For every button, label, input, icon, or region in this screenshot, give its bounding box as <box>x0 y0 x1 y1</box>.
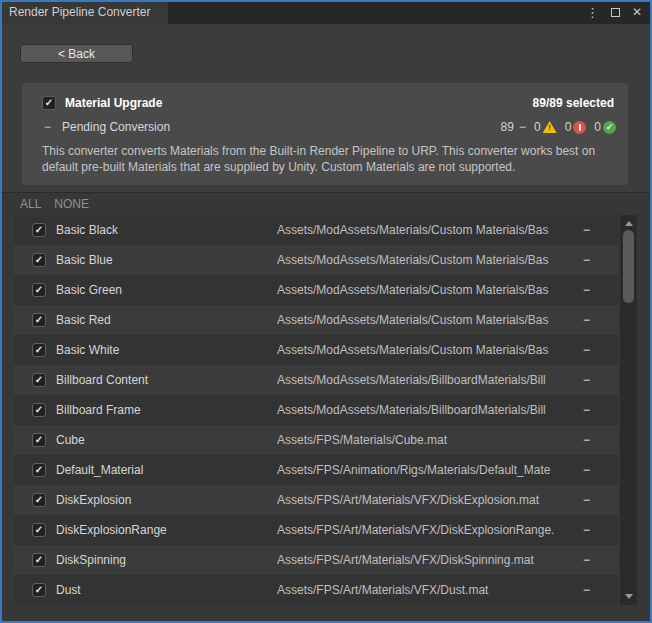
material-path: Assets/ModAssets/Materials/Custom Materi… <box>277 283 572 297</box>
tab-render-pipeline-converter[interactable]: Render Pipeline Converter <box>0 0 168 24</box>
row-status-dash-icon: − <box>583 493 590 507</box>
row-checkbox[interactable]: ✓ <box>32 583 46 597</box>
checkmark-icon: ✓ <box>35 554 43 566</box>
pending-conversion-label: Pending Conversion <box>62 120 170 134</box>
row-checkbox[interactable]: ✓ <box>32 253 46 267</box>
material-row[interactable]: ✓ Billboard Frame Assets/ModAssets/Mater… <box>14 395 618 425</box>
select-none-button[interactable]: NONE <box>54 197 89 211</box>
material-path: Assets/ModAssets/Materials/BillboardMate… <box>277 373 572 387</box>
material-row[interactable]: ✓ Dust Assets/FPS/Art/Materials/VFX/Dust… <box>14 575 618 605</box>
titlebar: Render Pipeline Converter ⋮ ✕ <box>0 0 652 24</box>
row-checkbox[interactable]: ✓ <box>32 433 46 447</box>
material-row[interactable]: ✓ DiskSpinning Assets/FPS/Art/Materials/… <box>14 545 618 575</box>
material-name: Default_Material <box>56 463 143 477</box>
material-path: Assets/ModAssets/Materials/Custom Materi… <box>277 223 572 237</box>
scroll-down-icon[interactable] <box>625 594 633 599</box>
material-row[interactable]: ✓ Cube Assets/FPS/Materials/Cube.mat − <box>14 425 618 455</box>
back-button[interactable]: < Back <box>20 44 133 63</box>
material-path: Assets/FPS/Materials/Cube.mat <box>277 433 572 447</box>
row-status-dash-icon: − <box>583 313 590 327</box>
row-checkbox[interactable]: ✓ <box>32 283 46 297</box>
row-status-dash-icon: − <box>583 433 590 447</box>
row-status-dash-icon: − <box>583 583 590 597</box>
scrollbar-thumb[interactable] <box>623 230 634 303</box>
row-status-dash-icon: − <box>583 403 590 417</box>
row-checkbox[interactable]: ✓ <box>32 313 46 327</box>
material-name: Cube <box>56 433 85 447</box>
material-name: Billboard Content <box>56 373 148 387</box>
checkmark-icon: ✓ <box>35 314 43 326</box>
material-row[interactable]: ✓ Basic Red Assets/ModAssets/Materials/C… <box>14 305 618 335</box>
material-name: Basic Black <box>56 223 118 237</box>
row-checkbox[interactable]: ✓ <box>32 223 46 237</box>
material-name: Basic White <box>56 343 119 357</box>
row-status-dash-icon: − <box>583 283 590 297</box>
pending-conversion-row[interactable]: − Pending Conversion 89 − 0 ! 0 0 ✓ <box>22 110 628 134</box>
render-pipeline-converter-window: Render Pipeline Converter ⋮ ✕ < Back ✓ M… <box>0 0 652 623</box>
material-row[interactable]: ✓ Billboard Content Assets/ModAssets/Mat… <box>14 365 618 395</box>
close-icon[interactable]: ✕ <box>632 5 642 19</box>
pending-dash-icon: − <box>44 120 51 134</box>
row-status-dash-icon: − <box>583 343 590 357</box>
row-checkbox[interactable]: ✓ <box>32 403 46 417</box>
window-menu-icon[interactable]: ⋮ <box>586 5 599 20</box>
material-path: Assets/FPS/Art/Materials/VFX/DiskExplosi… <box>277 523 572 537</box>
row-checkbox[interactable]: ✓ <box>32 343 46 357</box>
material-upgrade-checkbox[interactable]: ✓ <box>42 96 56 110</box>
material-name: Basic Red <box>56 313 111 327</box>
maximize-icon[interactable] <box>611 8 620 17</box>
success-icon: ✓ <box>603 121 616 134</box>
checkmark-icon: ✓ <box>35 434 43 446</box>
material-name: Basic Blue <box>56 253 113 267</box>
checkmark-icon: ✓ <box>35 404 43 416</box>
converter-description: This converter converts Materials from t… <box>22 134 628 175</box>
material-path: Assets/ModAssets/Materials/BillboardMate… <box>277 403 572 417</box>
material-row[interactable]: ✓ Default_Material Assets/FPS/Animation/… <box>14 455 618 485</box>
warning-icon: ! <box>543 121 557 133</box>
material-row[interactable]: ✓ Basic Green Assets/ModAssets/Materials… <box>14 275 618 305</box>
selected-count: 89/89 selected <box>533 96 614 110</box>
checkmark-icon: ✓ <box>35 494 43 506</box>
material-name: DiskExplosionRange <box>56 523 167 537</box>
pending-count-dash-icon: − <box>519 120 526 134</box>
row-status-dash-icon: − <box>583 553 590 567</box>
material-path: Assets/FPS/Art/Materials/VFX/Dust.mat <box>277 583 572 597</box>
material-row[interactable]: ✓ Basic White Assets/ModAssets/Materials… <box>14 335 618 365</box>
row-checkbox[interactable]: ✓ <box>32 523 46 537</box>
material-row[interactable]: ✓ Basic Black Assets/ModAssets/Materials… <box>14 215 618 245</box>
material-row[interactable]: ✓ DiskExplosionRange Assets/FPS/Art/Mate… <box>14 515 618 545</box>
row-checkbox[interactable]: ✓ <box>32 553 46 567</box>
checkmark-icon: ✓ <box>35 464 43 476</box>
vertical-scrollbar[interactable] <box>620 215 637 605</box>
checkmark-icon: ✓ <box>35 224 43 236</box>
materials-list-region: ALL NONE ✓ Basic Black Assets/ModAssets/… <box>0 192 652 623</box>
row-checkbox[interactable]: ✓ <box>32 463 46 477</box>
checkmark-icon: ✓ <box>35 344 43 356</box>
select-all-button[interactable]: ALL <box>20 197 41 211</box>
material-path: Assets/FPS/Animation/Rigs/Materials/Defa… <box>277 463 572 477</box>
row-status-dash-icon: − <box>583 463 590 477</box>
converter-title: Material Upgrade <box>65 96 162 110</box>
material-name: DiskExplosion <box>56 493 131 507</box>
materials-list: ✓ Basic Black Assets/ModAssets/Materials… <box>14 215 618 605</box>
material-name: DiskSpinning <box>56 553 126 567</box>
checkmark-icon: ✓ <box>35 524 43 536</box>
scroll-up-icon[interactable] <box>625 221 633 226</box>
material-path: Assets/ModAssets/Materials/Custom Materi… <box>277 313 572 327</box>
material-name: Basic Green <box>56 283 122 297</box>
titlebar-controls: ⋮ ✕ <box>586 0 652 24</box>
row-status-dash-icon: − <box>583 223 590 237</box>
checkmark-icon: ✓ <box>35 584 43 596</box>
material-row[interactable]: ✓ Basic Blue Assets/ModAssets/Materials/… <box>14 245 618 275</box>
error-icon <box>573 121 586 134</box>
maximize-glyph <box>611 8 620 17</box>
row-checkbox[interactable]: ✓ <box>32 493 46 507</box>
pending-count: 89 <box>501 120 514 134</box>
material-row[interactable]: ✓ DiskExplosion Assets/FPS/Art/Materials… <box>14 485 618 515</box>
success-count: 0 <box>594 120 601 134</box>
row-checkbox[interactable]: ✓ <box>32 373 46 387</box>
material-name: Billboard Frame <box>56 403 141 417</box>
error-count: 0 <box>565 120 572 134</box>
checkmark-icon: ✓ <box>45 97 53 109</box>
list-header: ALL NONE <box>0 193 652 215</box>
